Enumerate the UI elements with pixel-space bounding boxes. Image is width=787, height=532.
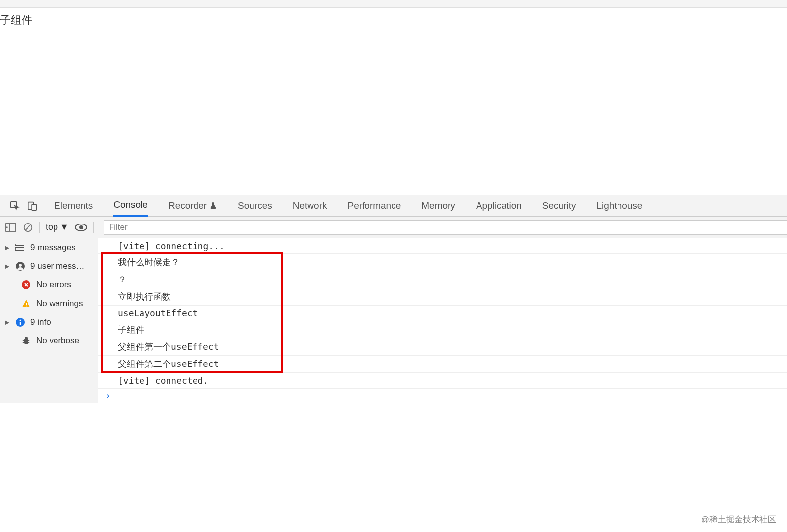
svg-point-21 — [20, 320, 21, 321]
chevron-down-icon: ▼ — [60, 222, 69, 232]
flask-icon — [209, 202, 217, 210]
expand-arrow-icon: ▶ — [5, 244, 10, 251]
sidebar-info-label: 9 info — [30, 317, 51, 327]
sidebar-item-user-messages[interactable]: ▶ 9 user mess… — [0, 257, 98, 276]
svg-point-12 — [15, 245, 16, 246]
sidebar-item-messages[interactable]: ▶ 9 messages — [0, 238, 98, 257]
tab-lighthouse[interactable]: Lighthouse — [596, 195, 642, 217]
warning-icon — [21, 298, 31, 309]
svg-rect-2 — [32, 204, 36, 210]
sidebar-warnings-label: No warnings — [36, 299, 83, 308]
expand-arrow-icon: ▶ — [5, 319, 10, 326]
tab-security[interactable]: Security — [542, 195, 576, 217]
tab-recorder-label: Recorder — [169, 200, 207, 211]
console-line: [vite] connecting... — [98, 238, 787, 254]
console-sidebar: ▶ 9 messages ▶ 9 user mess… No errors — [0, 238, 98, 403]
svg-point-13 — [15, 247, 16, 248]
svg-point-14 — [15, 250, 16, 251]
devtools-tabbar: Elements Console Recorder Sources Networ… — [0, 195, 787, 217]
tab-memory[interactable]: Memory — [422, 195, 455, 217]
console-toolbar: top ▼ — [0, 217, 787, 238]
console-prompt[interactable]: › — [98, 389, 787, 403]
tab-elements[interactable]: Elements — [54, 195, 93, 217]
separator — [39, 222, 40, 233]
user-icon — [15, 261, 26, 272]
tab-performance[interactable]: Performance — [347, 195, 401, 217]
svg-line-6 — [26, 224, 31, 230]
tab-recorder[interactable]: Recorder — [169, 195, 217, 217]
separator — [93, 222, 94, 233]
tab-network[interactable]: Network — [293, 195, 327, 217]
bug-icon — [21, 336, 31, 346]
svg-line-28 — [28, 342, 29, 343]
svg-point-16 — [19, 264, 22, 267]
sidebar-user-messages-label: 9 user mess… — [30, 261, 84, 271]
tab-console[interactable]: Console — [113, 195, 148, 217]
sidebar-item-errors[interactable]: No errors — [0, 276, 98, 294]
console-line: 立即执行函数 — [98, 288, 787, 306]
list-icon — [15, 242, 26, 253]
sidebar-verbose-label: No verbose — [36, 336, 79, 346]
sidebar-item-verbose[interactable]: No verbose — [0, 332, 98, 350]
page-content: 子组件 — [0, 8, 787, 195]
console-body: ▶ 9 messages ▶ 9 user mess… No errors — [0, 238, 787, 403]
clear-console-icon[interactable] — [23, 222, 33, 233]
svg-point-8 — [79, 225, 83, 229]
device-toggle-icon[interactable] — [24, 197, 41, 215]
devtools-panel: Elements Console Recorder Sources Networ… — [0, 195, 787, 403]
page-title: 子组件 — [0, 14, 32, 26]
toggle-sidebar-icon[interactable] — [5, 223, 17, 232]
expand-arrow-icon: ▶ — [5, 263, 10, 270]
svg-line-27 — [23, 342, 24, 343]
sidebar-errors-label: No errors — [36, 280, 71, 290]
context-selector[interactable]: top ▼ — [46, 222, 69, 232]
console-line: 父组件第一个useEffect — [98, 338, 787, 356]
console-line: 我什么时候走？ — [98, 254, 787, 271]
console-line: useLayoutEffect — [98, 306, 787, 321]
console-line: 子组件 — [98, 321, 787, 338]
context-label: top — [46, 222, 58, 232]
prompt-chevron-icon: › — [105, 391, 111, 401]
console-line: 父组件第二个useEffect — [98, 356, 787, 373]
devtools-tabs-list: Elements Console Recorder Sources Networ… — [54, 195, 642, 217]
tab-application[interactable]: Application — [476, 195, 522, 217]
sidebar-item-info[interactable]: ▶ 9 info — [0, 313, 98, 332]
inspect-element-icon[interactable] — [6, 197, 24, 215]
svg-rect-22 — [20, 322, 21, 325]
filter-input[interactable] — [104, 220, 787, 235]
console-line: [vite] connected. — [98, 373, 787, 389]
sidebar-messages-label: 9 messages — [30, 243, 76, 252]
console-line: ？ — [98, 271, 787, 288]
watermark: @稀土掘金技术社区 — [701, 514, 776, 525]
tab-sources[interactable]: Sources — [238, 195, 272, 217]
svg-point-24 — [25, 337, 28, 340]
info-icon — [15, 317, 26, 328]
error-icon — [21, 280, 31, 290]
svg-line-26 — [28, 340, 29, 341]
browser-chrome — [0, 0, 787, 8]
sidebar-item-warnings[interactable]: No warnings — [0, 294, 98, 313]
console-messages[interactable]: [vite] connecting... 我什么时候走？ ？ 立即执行函数 us… — [98, 238, 787, 403]
svg-point-19 — [26, 306, 27, 307]
live-expression-icon[interactable] — [75, 223, 87, 232]
svg-line-25 — [23, 340, 24, 341]
